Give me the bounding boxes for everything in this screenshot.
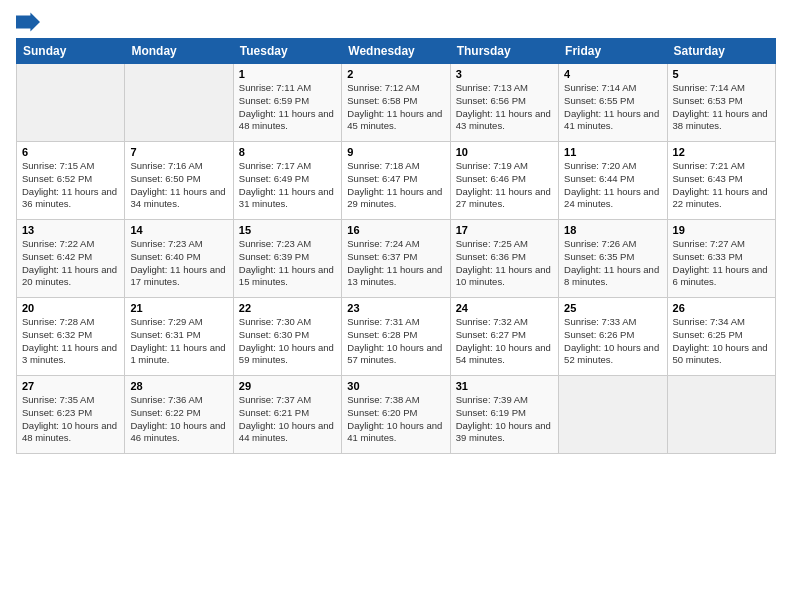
calendar-cell: 10Sunrise: 7:19 AM Sunset: 6:46 PM Dayli… xyxy=(450,142,558,220)
calendar-cell: 6Sunrise: 7:15 AM Sunset: 6:52 PM Daylig… xyxy=(17,142,125,220)
calendar-cell xyxy=(17,64,125,142)
calendar-cell: 5Sunrise: 7:14 AM Sunset: 6:53 PM Daylig… xyxy=(667,64,775,142)
day-info: Sunrise: 7:18 AM Sunset: 6:47 PM Dayligh… xyxy=(347,160,444,211)
day-number: 3 xyxy=(456,68,553,80)
day-number: 23 xyxy=(347,302,444,314)
day-info: Sunrise: 7:12 AM Sunset: 6:58 PM Dayligh… xyxy=(347,82,444,133)
day-info: Sunrise: 7:16 AM Sunset: 6:50 PM Dayligh… xyxy=(130,160,227,211)
calendar-cell: 17Sunrise: 7:25 AM Sunset: 6:36 PM Dayli… xyxy=(450,220,558,298)
calendar-cell: 21Sunrise: 7:29 AM Sunset: 6:31 PM Dayli… xyxy=(125,298,233,376)
day-info: Sunrise: 7:27 AM Sunset: 6:33 PM Dayligh… xyxy=(673,238,770,289)
day-number: 12 xyxy=(673,146,770,158)
calendar-cell: 12Sunrise: 7:21 AM Sunset: 6:43 PM Dayli… xyxy=(667,142,775,220)
calendar-week-5: 27Sunrise: 7:35 AM Sunset: 6:23 PM Dayli… xyxy=(17,376,776,454)
logo xyxy=(16,12,44,32)
calendar-cell: 7Sunrise: 7:16 AM Sunset: 6:50 PM Daylig… xyxy=(125,142,233,220)
day-number: 1 xyxy=(239,68,336,80)
day-info: Sunrise: 7:26 AM Sunset: 6:35 PM Dayligh… xyxy=(564,238,661,289)
day-info: Sunrise: 7:35 AM Sunset: 6:23 PM Dayligh… xyxy=(22,394,119,445)
day-number: 13 xyxy=(22,224,119,236)
calendar-cell: 18Sunrise: 7:26 AM Sunset: 6:35 PM Dayli… xyxy=(559,220,667,298)
calendar-cell: 25Sunrise: 7:33 AM Sunset: 6:26 PM Dayli… xyxy=(559,298,667,376)
calendar-cell xyxy=(559,376,667,454)
weekday-header-tuesday: Tuesday xyxy=(233,39,341,64)
calendar-cell: 1Sunrise: 7:11 AM Sunset: 6:59 PM Daylig… xyxy=(233,64,341,142)
day-number: 29 xyxy=(239,380,336,392)
calendar-cell: 3Sunrise: 7:13 AM Sunset: 6:56 PM Daylig… xyxy=(450,64,558,142)
day-number: 30 xyxy=(347,380,444,392)
day-info: Sunrise: 7:32 AM Sunset: 6:27 PM Dayligh… xyxy=(456,316,553,367)
day-info: Sunrise: 7:37 AM Sunset: 6:21 PM Dayligh… xyxy=(239,394,336,445)
day-number: 25 xyxy=(564,302,661,314)
day-number: 5 xyxy=(673,68,770,80)
calendar-body: 1Sunrise: 7:11 AM Sunset: 6:59 PM Daylig… xyxy=(17,64,776,454)
calendar-cell: 22Sunrise: 7:30 AM Sunset: 6:30 PM Dayli… xyxy=(233,298,341,376)
day-number: 2 xyxy=(347,68,444,80)
weekday-header-wednesday: Wednesday xyxy=(342,39,450,64)
weekday-row: SundayMondayTuesdayWednesdayThursdayFrid… xyxy=(17,39,776,64)
day-number: 24 xyxy=(456,302,553,314)
day-info: Sunrise: 7:34 AM Sunset: 6:25 PM Dayligh… xyxy=(673,316,770,367)
day-number: 17 xyxy=(456,224,553,236)
day-info: Sunrise: 7:11 AM Sunset: 6:59 PM Dayligh… xyxy=(239,82,336,133)
calendar-cell: 28Sunrise: 7:36 AM Sunset: 6:22 PM Dayli… xyxy=(125,376,233,454)
day-number: 7 xyxy=(130,146,227,158)
day-number: 31 xyxy=(456,380,553,392)
day-number: 27 xyxy=(22,380,119,392)
day-number: 28 xyxy=(130,380,227,392)
calendar-cell: 13Sunrise: 7:22 AM Sunset: 6:42 PM Dayli… xyxy=(17,220,125,298)
calendar-cell: 4Sunrise: 7:14 AM Sunset: 6:55 PM Daylig… xyxy=(559,64,667,142)
day-info: Sunrise: 7:30 AM Sunset: 6:30 PM Dayligh… xyxy=(239,316,336,367)
svg-marker-0 xyxy=(16,12,40,31)
day-info: Sunrise: 7:31 AM Sunset: 6:28 PM Dayligh… xyxy=(347,316,444,367)
calendar-cell: 31Sunrise: 7:39 AM Sunset: 6:19 PM Dayli… xyxy=(450,376,558,454)
day-number: 22 xyxy=(239,302,336,314)
day-info: Sunrise: 7:28 AM Sunset: 6:32 PM Dayligh… xyxy=(22,316,119,367)
weekday-header-friday: Friday xyxy=(559,39,667,64)
day-info: Sunrise: 7:39 AM Sunset: 6:19 PM Dayligh… xyxy=(456,394,553,445)
calendar-cell: 27Sunrise: 7:35 AM Sunset: 6:23 PM Dayli… xyxy=(17,376,125,454)
calendar-cell: 9Sunrise: 7:18 AM Sunset: 6:47 PM Daylig… xyxy=(342,142,450,220)
calendar-cell: 14Sunrise: 7:23 AM Sunset: 6:40 PM Dayli… xyxy=(125,220,233,298)
day-info: Sunrise: 7:15 AM Sunset: 6:52 PM Dayligh… xyxy=(22,160,119,211)
day-info: Sunrise: 7:25 AM Sunset: 6:36 PM Dayligh… xyxy=(456,238,553,289)
day-info: Sunrise: 7:23 AM Sunset: 6:39 PM Dayligh… xyxy=(239,238,336,289)
day-info: Sunrise: 7:20 AM Sunset: 6:44 PM Dayligh… xyxy=(564,160,661,211)
day-number: 15 xyxy=(239,224,336,236)
page-container: SundayMondayTuesdayWednesdayThursdayFrid… xyxy=(0,0,792,462)
calendar-cell xyxy=(125,64,233,142)
calendar-cell: 2Sunrise: 7:12 AM Sunset: 6:58 PM Daylig… xyxy=(342,64,450,142)
calendar-week-1: 1Sunrise: 7:11 AM Sunset: 6:59 PM Daylig… xyxy=(17,64,776,142)
calendar-cell: 23Sunrise: 7:31 AM Sunset: 6:28 PM Dayli… xyxy=(342,298,450,376)
day-number: 10 xyxy=(456,146,553,158)
calendar-cell: 11Sunrise: 7:20 AM Sunset: 6:44 PM Dayli… xyxy=(559,142,667,220)
calendar-week-3: 13Sunrise: 7:22 AM Sunset: 6:42 PM Dayli… xyxy=(17,220,776,298)
day-number: 11 xyxy=(564,146,661,158)
day-number: 9 xyxy=(347,146,444,158)
calendar-cell: 8Sunrise: 7:17 AM Sunset: 6:49 PM Daylig… xyxy=(233,142,341,220)
calendar-cell: 20Sunrise: 7:28 AM Sunset: 6:32 PM Dayli… xyxy=(17,298,125,376)
day-number: 26 xyxy=(673,302,770,314)
weekday-header-thursday: Thursday xyxy=(450,39,558,64)
weekday-header-monday: Monday xyxy=(125,39,233,64)
weekday-header-saturday: Saturday xyxy=(667,39,775,64)
calendar-cell: 16Sunrise: 7:24 AM Sunset: 6:37 PM Dayli… xyxy=(342,220,450,298)
calendar-cell xyxy=(667,376,775,454)
day-info: Sunrise: 7:23 AM Sunset: 6:40 PM Dayligh… xyxy=(130,238,227,289)
day-info: Sunrise: 7:14 AM Sunset: 6:55 PM Dayligh… xyxy=(564,82,661,133)
day-info: Sunrise: 7:21 AM Sunset: 6:43 PM Dayligh… xyxy=(673,160,770,211)
calendar-cell: 15Sunrise: 7:23 AM Sunset: 6:39 PM Dayli… xyxy=(233,220,341,298)
day-number: 19 xyxy=(673,224,770,236)
calendar-cell: 26Sunrise: 7:34 AM Sunset: 6:25 PM Dayli… xyxy=(667,298,775,376)
day-info: Sunrise: 7:19 AM Sunset: 6:46 PM Dayligh… xyxy=(456,160,553,211)
day-number: 16 xyxy=(347,224,444,236)
day-info: Sunrise: 7:22 AM Sunset: 6:42 PM Dayligh… xyxy=(22,238,119,289)
day-info: Sunrise: 7:24 AM Sunset: 6:37 PM Dayligh… xyxy=(347,238,444,289)
calendar-cell: 29Sunrise: 7:37 AM Sunset: 6:21 PM Dayli… xyxy=(233,376,341,454)
day-number: 6 xyxy=(22,146,119,158)
calendar-table: SundayMondayTuesdayWednesdayThursdayFrid… xyxy=(16,38,776,454)
calendar-week-2: 6Sunrise: 7:15 AM Sunset: 6:52 PM Daylig… xyxy=(17,142,776,220)
calendar-cell: 30Sunrise: 7:38 AM Sunset: 6:20 PM Dayli… xyxy=(342,376,450,454)
calendar-week-4: 20Sunrise: 7:28 AM Sunset: 6:32 PM Dayli… xyxy=(17,298,776,376)
calendar-cell: 24Sunrise: 7:32 AM Sunset: 6:27 PM Dayli… xyxy=(450,298,558,376)
